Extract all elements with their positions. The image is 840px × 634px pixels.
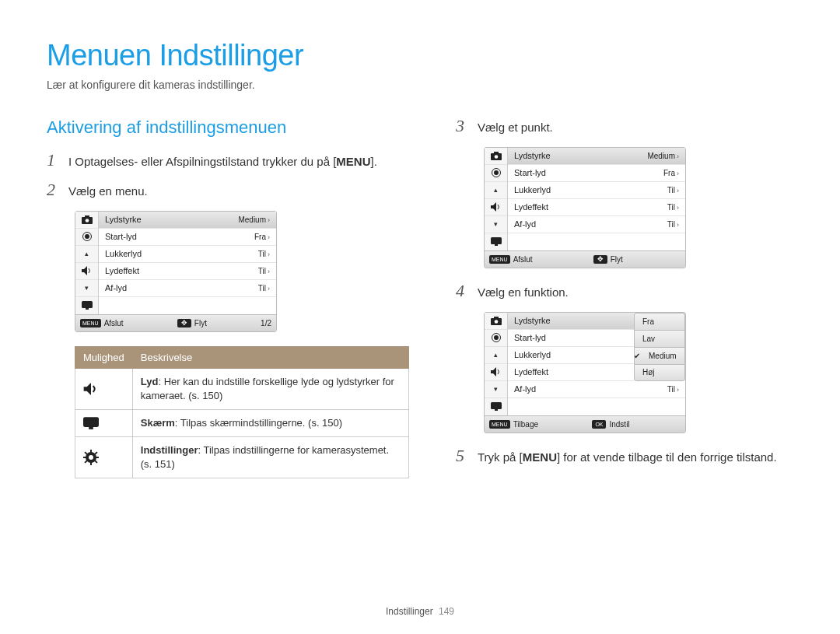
camera-icon[interactable] [485, 148, 507, 165]
chevron-down-icon[interactable]: ▾ [485, 216, 507, 233]
svg-point-23 [494, 155, 498, 159]
chevron-up-icon[interactable]: ▴ [75, 246, 98, 263]
step-4: 4 Vælg en funktion. [456, 282, 793, 301]
speaker-icon[interactable] [485, 364, 507, 381]
widget-footer: MENU Afslut ✥ Flyt 1/2 [75, 314, 276, 331]
chevron-right-icon: › [268, 233, 270, 241]
footer-move-label: Flyt [611, 255, 623, 264]
step-5-pre: Tryk på [ [478, 450, 523, 464]
menu-key-icon: MENU [80, 319, 101, 328]
menu-row[interactable]: Lydeffekt [508, 364, 634, 381]
menu-row[interactable]: Af-lyd Til› [99, 280, 276, 297]
footer-label: Indstillinger [386, 606, 433, 617]
table-header-option: Mulighed [75, 346, 133, 368]
table-row: Skærm: Tilpas skærmindstillingerne. (s. … [75, 409, 409, 436]
menu-row[interactable]: Start-lyd [508, 330, 634, 347]
menu-row[interactable]: Lydeffekt Til› [99, 263, 276, 280]
row-label: Lydstyrke [514, 151, 551, 160]
svg-marker-26 [491, 202, 496, 212]
camera-menu-widget-3: ▴ ▾ Lydstyrke Start-lyd [484, 312, 686, 433]
chevron-right-icon: › [268, 285, 270, 292]
monitor-icon[interactable] [485, 233, 507, 250]
svg-marker-5 [82, 266, 87, 275]
svg-rect-28 [495, 244, 498, 246]
svg-point-25 [494, 170, 499, 175]
svg-rect-13 [90, 450, 92, 453]
svg-point-31 [494, 320, 498, 324]
menu-row-empty [508, 233, 685, 250]
svg-point-33 [494, 335, 499, 340]
option-item[interactable]: Høj [634, 364, 685, 381]
row-label: Start-lyd [514, 168, 546, 177]
svg-rect-6 [82, 301, 93, 308]
chevron-right-icon: › [268, 268, 270, 275]
chevron-right-icon: › [677, 221, 679, 229]
row-value: Til› [258, 284, 270, 292]
step-1: 1 I Optagelses- eller Afspilningstilstan… [47, 152, 409, 170]
step-number: 5 [456, 447, 468, 464]
speaker-icon[interactable] [485, 199, 507, 216]
step-number: 1 [47, 152, 59, 169]
monitor-icon[interactable] [485, 398, 507, 415]
menu-row[interactable]: Lydstyrke Medium› [508, 148, 685, 165]
menu-row[interactable]: Start-lyd Fra› [99, 229, 276, 246]
row-value: Til› [667, 186, 679, 194]
record-icon[interactable] [485, 165, 507, 182]
row-value: Til› [667, 220, 679, 229]
camera-icon[interactable] [485, 313, 507, 330]
monitor-icon[interactable] [75, 297, 98, 314]
step-number: 3 [456, 117, 468, 135]
record-icon[interactable] [485, 330, 507, 347]
right-column: 3 Vælg et punkt. ▴ ▾ Lydstyrke Medium› [456, 117, 793, 478]
chevron-down-icon[interactable]: ▾ [485, 381, 507, 398]
menu-row[interactable]: Lydstyrke [508, 313, 634, 330]
row-value: Medium› [238, 215, 270, 224]
footer-exit-label: Afslut [104, 319, 124, 328]
widget-sidebar: ▴ ▾ [485, 148, 508, 250]
row-value: Medium› [647, 152, 679, 160]
chevron-up-icon[interactable]: ▴ [485, 182, 507, 199]
menu-row[interactable]: Lukkerlyd Til› [508, 182, 685, 199]
record-icon[interactable] [75, 229, 98, 246]
menu-row[interactable]: Lukkerlyd Til› [99, 246, 276, 263]
option-item[interactable]: Fra [634, 313, 685, 330]
menu-row[interactable]: Af-lyd Til› [508, 381, 685, 398]
step-text: Vælg en funktion. [478, 282, 569, 301]
step-text: Tryk på [MENU] for at vende tilbage til … [478, 447, 777, 466]
ok-key-icon: OK [592, 420, 606, 429]
menu-row[interactable]: Lydeffekt Til› [508, 199, 685, 216]
option-submenu: Fra Lav ✔Medium Høj [634, 313, 685, 381]
svg-rect-9 [83, 417, 99, 427]
menu-row[interactable]: Lydstyrke Medium› [99, 212, 276, 229]
svg-marker-8 [84, 383, 91, 395]
table-desc: Lyd: Her kan du indstille forskellige ly… [132, 368, 408, 409]
row-value: Til› [258, 250, 270, 258]
option-item-selected[interactable]: ✔Medium [634, 347, 685, 364]
row-value: Til› [667, 385, 679, 394]
chevron-right-icon: › [677, 187, 679, 194]
step-5: 5 Tryk på [MENU] for at vende tilbage ti… [456, 447, 793, 466]
monitor-icon [75, 409, 133, 436]
row-label: Lydeffekt [105, 266, 139, 275]
step-text: Vælg en menu. [68, 181, 148, 200]
option-item[interactable]: Lav [634, 330, 685, 347]
chevron-down-icon[interactable]: ▾ [75, 280, 98, 297]
chevron-up-icon[interactable]: ▴ [485, 347, 507, 364]
step-1-pre: I Optagelses- eller Afspilningstilstand … [68, 155, 336, 168]
menu-row[interactable]: Af-lyd Til› [508, 216, 685, 233]
step-text: Vælg et punkt. [478, 117, 553, 136]
footer-set-label: Indstil [609, 420, 629, 429]
row-value: Fra› [663, 169, 679, 177]
camera-menu-widget-2: ▴ ▾ Lydstyrke Medium› Start-lyd Fra› [484, 147, 686, 268]
menu-row[interactable]: Lukkerlyd [508, 347, 634, 364]
svg-rect-10 [89, 427, 93, 429]
chevron-right-icon: › [677, 152, 679, 160]
row-label: Lukkerlyd [514, 350, 551, 359]
speaker-icon[interactable] [75, 263, 98, 280]
chevron-right-icon: › [677, 170, 679, 177]
camera-menu-widget-1: ▴ ▾ Lydstyrke Medium› Start-lyd Fra› [75, 211, 277, 332]
section-heading: Aktivering af indstillingsmenuen [47, 117, 409, 138]
step-2: 2 Vælg en menu. [47, 181, 409, 200]
camera-icon[interactable] [75, 212, 98, 229]
menu-row[interactable]: Start-lyd Fra› [508, 165, 685, 182]
